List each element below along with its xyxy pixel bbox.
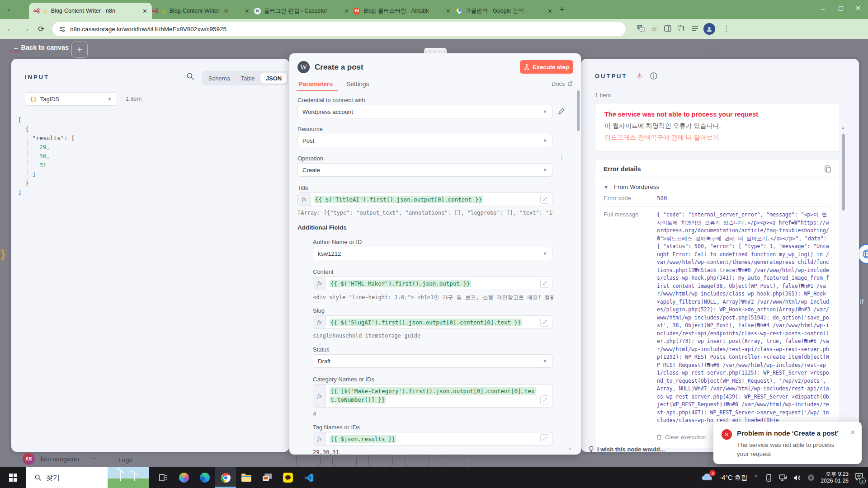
tags-expression-field[interactable]: fx {{ $json.results }} ⤢: [313, 432, 552, 446]
output-panel-title: OUTPUT: [595, 73, 627, 80]
canvas-button[interactable]: [332, 455, 357, 467]
docs-link[interactable]: Docs: [552, 80, 572, 87]
credential-select[interactable]: Wordpress account ▼: [297, 105, 552, 118]
toast-close-icon[interactable]: ✕: [850, 429, 855, 436]
profile-avatar[interactable]: [703, 23, 715, 35]
tab-close-icon[interactable]: ✕: [245, 8, 250, 14]
author-select[interactable]: ksw1212 ▼: [313, 247, 552, 260]
edge-icon[interactable]: [194, 467, 215, 488]
search-icon[interactable]: [186, 72, 194, 82]
canvas-button[interactable]: [405, 455, 429, 467]
browser-tab-3[interactable]: W 플러그인 편집 ‹ Casastorage – ✕: [250, 3, 354, 19]
chrome-icon[interactable]: [215, 467, 236, 488]
translate-icon[interactable]: 文A: [634, 24, 647, 33]
dialog-scrollbar[interactable]: [577, 90, 580, 131]
copy-icon[interactable]: [825, 165, 831, 173]
browser-tab-5[interactable]: 구글번역 - Google 검색 ✕: [451, 3, 557, 19]
expand-expression-icon[interactable]: ⤢: [540, 195, 549, 204]
status-x-icon[interactable]: [807, 474, 815, 481]
remote-desktop-icon[interactable]: [257, 467, 278, 488]
site-settings-icon[interactable]: [59, 26, 66, 33]
tab-parameters[interactable]: Parameters: [298, 80, 333, 88]
expand-expression-icon[interactable]: ⤢: [540, 318, 549, 327]
chrome-menu-icon[interactable]: ⋮: [720, 25, 733, 33]
tab-json[interactable]: JSON: [260, 73, 287, 84]
content-expression-field[interactable]: fx {{ $('HTML-Maker').first().json.outpu…: [313, 277, 552, 290]
task-view-button[interactable]: [153, 467, 174, 488]
weather-text[interactable]: -4°C 흐림: [719, 474, 747, 482]
scroll-up-arrow[interactable]: ▲: [841, 126, 845, 130]
scroll-down-chevron[interactable]: ⌄: [568, 445, 572, 451]
category-expression-field[interactable]: fx {{ [$('Make-Category').first().json.o…: [313, 384, 552, 408]
logs-panel-label[interactable]: Logs: [118, 456, 132, 464]
output-info-icon[interactable]: [650, 72, 657, 81]
bookmark-star-icon[interactable]: ☆: [647, 25, 661, 33]
tab-close-icon[interactable]: ✕: [547, 8, 552, 14]
docs-label: Docs: [552, 80, 565, 87]
extensions-puzzle-icon[interactable]: [675, 24, 688, 33]
file-explorer-icon[interactable]: [236, 467, 257, 488]
reading-list-icon[interactable]: [688, 25, 702, 33]
expand-expression-icon[interactable]: ⤢: [540, 434, 549, 443]
back-button[interactable]: ←: [3, 24, 18, 33]
tab-schema[interactable]: Schema: [203, 73, 236, 84]
tab-table[interactable]: Table: [236, 73, 260, 84]
reload-button[interactable]: ⟳: [33, 24, 49, 34]
output-scrollbar[interactable]: [842, 134, 845, 211]
browser-tab-1[interactable]: ⚠ Blog-Content-Writer - n8n ✕: [29, 3, 152, 19]
new-tab-button[interactable]: +: [560, 5, 565, 14]
operation-select[interactable]: Create ▼: [297, 163, 552, 177]
copilot-icon[interactable]: [174, 467, 194, 488]
add-node-button[interactable]: +: [71, 42, 88, 58]
window-maximize-button[interactable]: ▢: [838, 5, 844, 11]
user-menu-dots[interactable]: ...: [90, 453, 97, 460]
title-expression-field[interactable]: fx {{ $('TitleAI').first().json.output[0…: [297, 192, 552, 206]
status-select[interactable]: Draft ▼: [313, 354, 552, 368]
dialog-title[interactable]: Create a post: [315, 63, 363, 72]
input-source-select[interactable]: {} TagIDS ▼: [25, 92, 117, 106]
vscode-icon[interactable]: [298, 467, 319, 488]
from-wordpress-toggle[interactable]: ▼ From Wordpress: [604, 183, 831, 190]
taskbar-search-box[interactable]: 찾기: [26, 467, 149, 488]
user-avatar[interactable]: KS: [23, 453, 35, 465]
window-minimize-button[interactable]: –: [821, 5, 825, 12]
input-json-view[interactable]: [ { "results": [ 29, 30, 31 ] } ]: [18, 116, 75, 197]
expand-expression-icon[interactable]: ⤢: [540, 395, 549, 404]
network-icon[interactable]: [779, 474, 787, 481]
slug-expression-field[interactable]: fx {{ $('SlugAI').first().json.output[0]…: [313, 315, 552, 329]
expand-expression-icon[interactable]: ⤢: [540, 279, 549, 288]
canvas-button[interactable]: [368, 455, 393, 467]
browser-tab-4[interactable]: Bl Blog: 클러스터링 - Airtable ✕: [349, 3, 455, 19]
tab-close-icon[interactable]: ✕: [142, 8, 147, 14]
browser-tab-2[interactable]: ⚠ Blog-Content-Writer - n8n ✕: [147, 3, 254, 19]
edit-pencil-icon[interactable]: [558, 108, 565, 115]
execute-step-button[interactable]: Execute step: [520, 60, 573, 74]
additional-fields-heading: Additional Fields: [297, 224, 347, 231]
clear-execution-button[interactable]: Clear execution: [656, 434, 706, 441]
node-feedback-link[interactable]: I wish this node would...: [589, 446, 665, 453]
weather-widget[interactable]: 4: [701, 473, 713, 483]
window-close-button[interactable]: ✕: [855, 5, 861, 12]
url-bar[interactable]: n8n.casastorage.kr/workflow/iiUHhMeEx8V8…: [52, 22, 626, 36]
error-help-link[interactable]: 워드프레스 장애복구에 관해 더 알아보기.: [604, 134, 830, 142]
back-to-canvas-button[interactable]: ← Back to canvas: [13, 44, 69, 51]
forward-button[interactable]: →: [18, 24, 33, 33]
canvas-button[interactable]: [441, 455, 465, 467]
author-value: ksw1212: [318, 250, 341, 257]
options-dots-icon[interactable]: ⋮: [559, 154, 565, 161]
start-button[interactable]: [0, 467, 26, 488]
kakaotalk-icon[interactable]: [278, 467, 298, 488]
phone-link-icon[interactable]: [765, 474, 773, 482]
tab-close-icon[interactable]: ✕: [344, 8, 349, 14]
tab-close-icon[interactable]: ✕: [446, 8, 451, 14]
volume-icon[interactable]: [793, 474, 801, 481]
notification-badge: 2: [859, 478, 866, 484]
canvas-button[interactable]: [296, 455, 321, 467]
tray-expand-chevron[interactable]: ⌃: [754, 474, 759, 481]
action-center-button[interactable]: 2: [855, 473, 863, 483]
tab-search-icon[interactable]: ⌄: [6, 5, 11, 12]
side-panel-icon[interactable]: [661, 25, 675, 33]
tab-settings[interactable]: Settings: [346, 80, 369, 88]
resource-select[interactable]: Post ▼: [297, 134, 552, 147]
tray-clock[interactable]: 오후 9:23 2026-01-26: [821, 471, 849, 484]
